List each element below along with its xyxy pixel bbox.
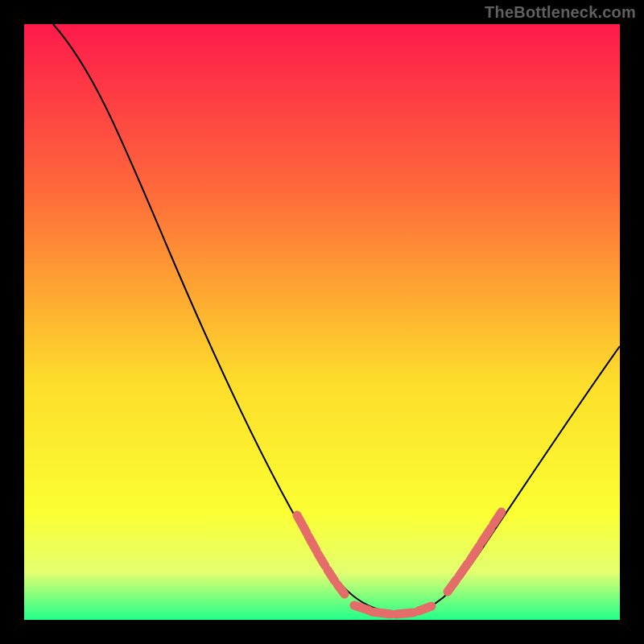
bottleneck-chart <box>0 0 644 644</box>
dash-segment <box>372 612 391 614</box>
watermark-text: TheBottleneck.com <box>485 3 636 22</box>
dash-segment <box>354 605 369 610</box>
dash-segment <box>419 606 431 611</box>
dash-segment <box>328 570 335 581</box>
dash-segment <box>337 584 345 594</box>
dash-segment <box>318 554 325 566</box>
dash-segment <box>396 613 414 614</box>
plot-background <box>24 24 620 620</box>
chart-stage: TheBottleneck.com <box>0 0 644 644</box>
